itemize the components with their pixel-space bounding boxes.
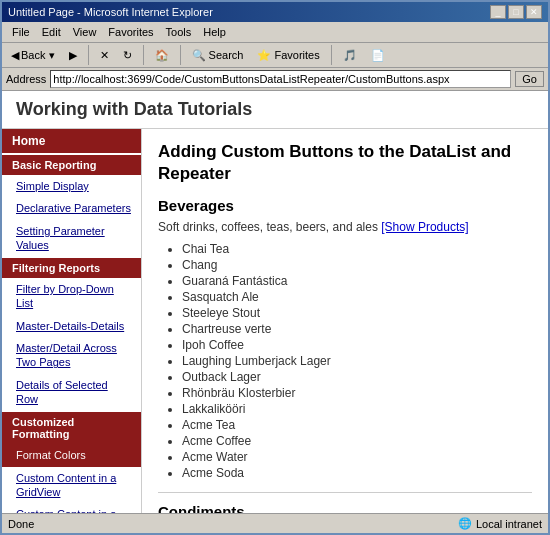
back-icon: ◀: [11, 49, 19, 62]
toolbar-separator-3: [180, 45, 181, 65]
browser-window: Untitled Page - Microsoft Internet Explo…: [0, 0, 550, 535]
page-wrapper: Working with Data Tutorials Home Basic R…: [2, 91, 548, 513]
list-item: Chang: [182, 258, 532, 272]
list-item: Ipoh Coffee: [182, 338, 532, 352]
menu-bar: File Edit View Favorites Tools Help: [2, 22, 548, 43]
list-item: Lakkalikööri: [182, 402, 532, 416]
zone-label: Local intranet: [476, 518, 542, 530]
list-item: Acme Soda: [182, 466, 532, 480]
section-heading-condiments: Condiments: [158, 503, 532, 513]
media-button[interactable]: 🎵: [338, 46, 362, 65]
sidebar-item-filter-dropdown[interactable]: Filter by Drop-Down List: [2, 278, 141, 315]
menu-view[interactable]: View: [67, 24, 103, 40]
search-button[interactable]: 🔍 Search: [187, 46, 249, 65]
maximize-button[interactable]: □: [508, 5, 524, 19]
forward-button[interactable]: ▶: [64, 46, 82, 65]
sidebar-item-home[interactable]: Home: [2, 129, 141, 153]
section-heading-beverages: Beverages: [158, 197, 532, 214]
list-item: Acme Water: [182, 450, 532, 464]
menu-file[interactable]: File: [6, 24, 36, 40]
list-item: Outback Lager: [182, 370, 532, 384]
list-item: Chai Tea: [182, 242, 532, 256]
list-item: Acme Tea: [182, 418, 532, 432]
favorites-button[interactable]: ⭐ Favorites: [252, 46, 324, 65]
home-nav-button[interactable]: 🏠: [150, 46, 174, 65]
sidebar-section-customized-formatting: Customized Formatting: [2, 412, 141, 444]
list-item: Acme Coffee: [182, 434, 532, 448]
title-bar-left: Untitled Page - Microsoft Internet Explo…: [8, 6, 213, 18]
title-bar: Untitled Page - Microsoft Internet Explo…: [2, 2, 548, 22]
status-text: Done: [8, 518, 34, 530]
sidebar-item-custom-content-gridview[interactable]: Custom Content in a GridView: [2, 467, 141, 504]
sidebar-section-basic-reporting: Basic Reporting: [2, 155, 141, 175]
stop-button[interactable]: ✕: [95, 46, 114, 65]
toolbar: ◀ Back ▾ ▶ ✕ ↻ 🏠 🔍 Search ⭐ Favorites 🎵 …: [2, 43, 548, 68]
browser-content: Working with Data Tutorials Home Basic R…: [2, 91, 548, 513]
menu-help[interactable]: Help: [197, 24, 232, 40]
sidebar-item-master-detail-across[interactable]: Master/Detail Across Two Pages: [2, 337, 141, 374]
browser-title: Untitled Page - Microsoft Internet Explo…: [8, 6, 213, 18]
sidebar-item-setting-parameter-values[interactable]: Setting Parameter Values: [2, 220, 141, 257]
toolbar-separator-4: [331, 45, 332, 65]
status-bar: Done 🌐 Local intranet: [2, 513, 548, 533]
main-title: Adding Custom Buttons to the DataList an…: [158, 141, 532, 185]
main-content: Adding Custom Buttons to the DataList an…: [142, 129, 548, 513]
list-item: Chartreuse verte: [182, 322, 532, 336]
toolbar-separator-1: [88, 45, 89, 65]
menu-favorites[interactable]: Favorites: [102, 24, 159, 40]
address-bar: Address Go: [2, 68, 548, 91]
page-header-title: Working with Data Tutorials: [16, 99, 252, 119]
list-item: Rhönbräu Klosterbier: [182, 386, 532, 400]
product-list-beverages: Chai Tea Chang Guaraná Fantástica Sasqua…: [182, 242, 532, 480]
show-products-beverages-link[interactable]: [Show Products]: [381, 220, 468, 234]
sidebar-item-format-colors[interactable]: Format Colors: [2, 444, 141, 466]
refresh-button[interactable]: ↻: [118, 46, 137, 65]
status-right: 🌐 Local intranet: [458, 517, 542, 530]
page-header: Working with Data Tutorials: [2, 91, 548, 129]
sidebar-item-declarative-parameters[interactable]: Declarative Parameters: [2, 197, 141, 219]
history-button[interactable]: 📄: [366, 46, 390, 65]
list-item: Guaraná Fantástica: [182, 274, 532, 288]
list-item: Sasquatch Ale: [182, 290, 532, 304]
page-body: Home Basic Reporting Simple Display Decl…: [2, 129, 548, 513]
menu-edit[interactable]: Edit: [36, 24, 67, 40]
go-button[interactable]: Go: [515, 71, 544, 87]
sidebar-item-master-details[interactable]: Master-Details-Details: [2, 315, 141, 337]
sidebar: Home Basic Reporting Simple Display Decl…: [2, 129, 142, 513]
sidebar-item-simple-display[interactable]: Simple Display: [2, 175, 141, 197]
sidebar-item-details-selected-row[interactable]: Details of Selected Row: [2, 374, 141, 411]
sidebar-item-custom-content-detailsview[interactable]: Custom Content in a DetailsView: [2, 503, 141, 513]
list-item: Laughing Lumberjack Lager: [182, 354, 532, 368]
minimize-button[interactable]: _: [490, 5, 506, 19]
list-item: Steeleye Stout: [182, 306, 532, 320]
back-button[interactable]: ◀ Back ▾: [6, 46, 60, 65]
sidebar-section-filtering-reports: Filtering Reports: [2, 258, 141, 278]
menu-tools[interactable]: Tools: [160, 24, 198, 40]
section-divider: [158, 492, 532, 493]
zone-icon: 🌐: [458, 517, 472, 530]
section-desc-beverages: Soft drinks, coffees, teas, beers, and a…: [158, 220, 532, 234]
forward-icon: ▶: [69, 49, 77, 62]
close-button[interactable]: ✕: [526, 5, 542, 19]
toolbar-separator-2: [143, 45, 144, 65]
title-bar-controls: _ □ ✕: [490, 5, 542, 19]
address-input[interactable]: [50, 70, 511, 88]
address-label: Address: [6, 73, 46, 85]
